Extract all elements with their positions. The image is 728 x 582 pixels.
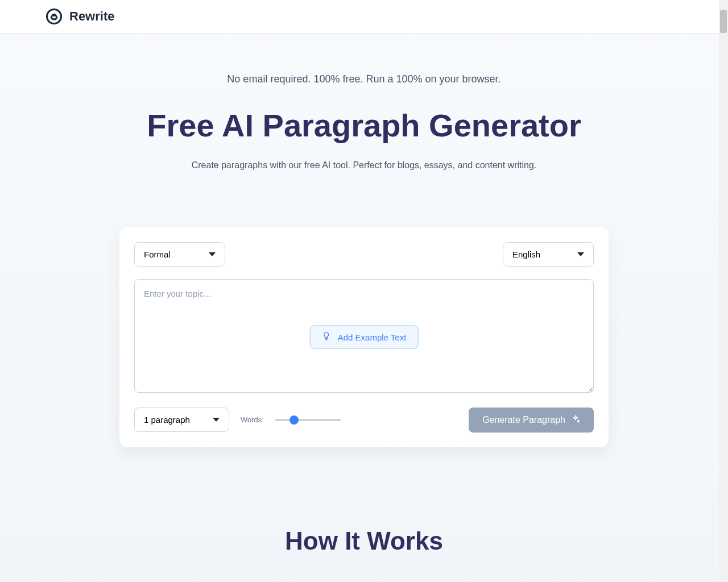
sparkle-icon: [571, 414, 580, 426]
language-selected-value: English: [512, 250, 540, 259]
brand-name: Rewrite: [69, 9, 114, 24]
scrollbar-thumb[interactable]: [720, 10, 727, 33]
page-subtitle: Create paragraphs with our free AI tool.…: [23, 160, 705, 171]
language-select[interactable]: English: [503, 242, 594, 267]
add-example-button[interactable]: Add Example Text: [310, 325, 419, 348]
words-label: Words:: [241, 415, 264, 424]
tone-selected-value: Formal: [144, 250, 171, 259]
pre-title: No email required. 100% free. Run a 100%…: [23, 73, 705, 85]
scrollbar[interactable]: [719, 0, 728, 582]
generate-button[interactable]: Generate Paragraph: [469, 408, 594, 433]
rewrite-logo-icon: [46, 8, 63, 25]
site-header: Rewrite: [0, 0, 728, 34]
caret-down-icon: [209, 252, 216, 256]
tone-select[interactable]: Formal: [134, 242, 225, 267]
lightbulb-icon: [322, 331, 331, 342]
hero-section: No email required. 100% free. Run a 100%…: [0, 34, 728, 199]
generate-button-label: Generate Paragraph: [482, 415, 565, 425]
paragraph-count-value: 1 paragraph: [144, 415, 190, 425]
caret-down-icon: [577, 252, 584, 256]
generator-card: Formal English Add Example Text: [119, 227, 609, 447]
paragraph-count-select[interactable]: 1 paragraph: [134, 408, 229, 432]
page-title: Free AI Paragraph Generator: [23, 108, 705, 143]
add-example-label: Add Example Text: [338, 332, 407, 342]
caret-down-icon: [213, 418, 220, 422]
how-it-works-title: How It Works: [0, 527, 728, 555]
words-slider[interactable]: [275, 419, 341, 421]
